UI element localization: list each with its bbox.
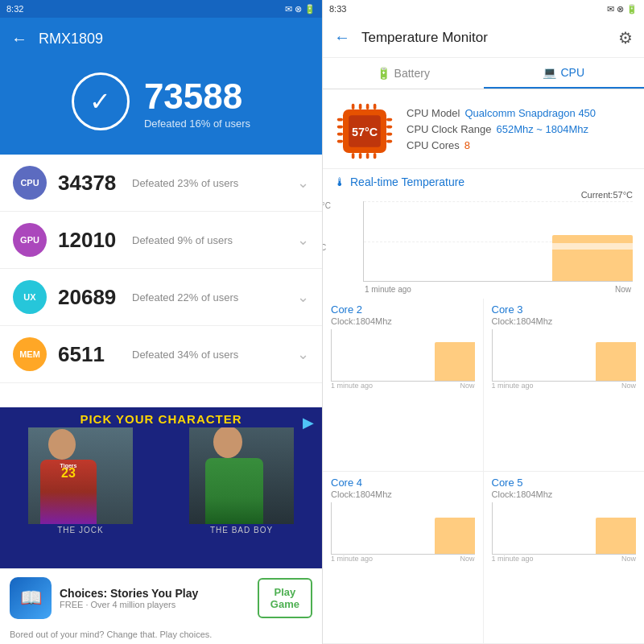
core-4-time-labels: 1 minute ago Now <box>331 555 475 563</box>
tab-battery[interactable]: 🔋 Battery <box>323 58 484 89</box>
app-name: Choices: Stories You Play <box>60 587 258 600</box>
core-4-name: Core 4 <box>331 477 475 489</box>
svg-rect-8 <box>386 133 392 136</box>
page-title-right: Temperature Monitor <box>361 30 618 46</box>
mem-score: 6511 <box>58 342 122 367</box>
char-jock-label: THE JOCK <box>57 526 103 535</box>
time-left: 8:32 <box>6 4 23 14</box>
core-5-bar <box>596 518 636 554</box>
gpu-desc: Defeated 9% of users <box>132 234 297 246</box>
left-panel: 8:32 ✉ ⊗ 🔋 ← RMX1809 ✓ 73588 Defeated 16… <box>0 0 322 644</box>
cpu-score: 34378 <box>58 171 122 196</box>
cpu-cores-row: CPU Cores 8 <box>407 139 631 151</box>
tab-cpu[interactable]: 💻 CPU <box>484 58 645 89</box>
core-2-clock: Clock:1804Mhz <box>331 316 475 326</box>
back-button-left[interactable]: ← <box>11 30 27 48</box>
right-panel: 8:33 ✉ ⊗ 🔋 ← Temperature Monitor ⚙ 🔋 Bat… <box>322 0 644 644</box>
core-4-chart <box>331 502 475 555</box>
badge-ux: UX <box>13 280 47 314</box>
score-circle: ✓ <box>72 72 130 130</box>
mem-desc: Defeated 34% of users <box>132 349 297 361</box>
y-label-50: 50°C <box>322 243 331 252</box>
core-5-clock: Clock:1804Mhz <box>492 489 637 499</box>
core-2-bar <box>435 342 475 381</box>
metric-row-gpu[interactable]: GPU 12010 Defeated 9% of users ⌄ <box>0 212 322 269</box>
back-button-right[interactable]: ← <box>334 28 350 47</box>
cpu-info-section: 57°C CPU Model Qualcomm Snapdragon 450 C… <box>323 89 644 169</box>
svg-rect-6 <box>386 118 392 122</box>
ad-char-badboy: THE BAD BOY <box>189 427 294 540</box>
score-section: ✓ 73588 Defeated 16% of users <box>0 60 322 155</box>
svg-rect-3 <box>337 126 343 129</box>
bar-notch <box>552 243 633 250</box>
svg-rect-7 <box>386 126 392 129</box>
chart-y-labels: 100°C 50°C 0°C <box>322 201 331 294</box>
main-temperature-chart <box>363 201 633 282</box>
cpu-cores-value: 8 <box>464 139 470 151</box>
app-sub: FREE · Over 4 million players <box>60 600 258 609</box>
chevron-down-icon-gpu: ⌄ <box>297 231 309 249</box>
svg-rect-5 <box>337 140 343 143</box>
cpu-tab-icon: 💻 <box>543 66 556 79</box>
chart-time-labels: 1 minute ago Now <box>363 285 633 294</box>
cpu-model-value: Qualcomm Snapdragon 450 <box>464 107 596 119</box>
app-info: Choices: Stories You Play FREE · Over 4 … <box>60 587 258 609</box>
battery-tab-icon: 🔋 <box>377 67 390 80</box>
cpu-chip-icon: 57°C <box>336 102 394 160</box>
svg-rect-16 <box>366 153 369 159</box>
main-chart-wrapper: 100°C 50°C 0°C 1 minute ago Now <box>334 201 633 294</box>
core-4-clock: Clock:1804Mhz <box>331 489 475 499</box>
time-label-end: Now <box>615 285 631 294</box>
core-4-bar <box>435 518 475 554</box>
cores-grid: Core 2 Clock:1804Mhz 1 minute ago Now Co… <box>323 299 644 644</box>
metric-row-cpu[interactable]: CPU 34378 Defeated 23% of users ⌄ <box>0 155 322 212</box>
bottom-ad: 📖 Choices: Stories You Play FREE · Over … <box>0 568 322 626</box>
core-cell-3: Core 3 Clock:1804Mhz 1 minute ago Now <box>484 299 645 472</box>
realtime-section: 🌡 Real-time Temperature Current:57°C 100… <box>323 169 644 299</box>
status-bar-left: 8:32 ✉ ⊗ 🔋 <box>0 0 322 18</box>
cpu-clock-value: 652Mhz ~ 1804Mhz <box>497 123 589 135</box>
page-title-left: RMX1809 <box>39 31 103 47</box>
gridline-100 <box>364 201 633 202</box>
svg-rect-15 <box>359 153 362 159</box>
badge-mem: MEM <box>13 337 47 371</box>
thermometer-icon: 🌡 <box>334 175 345 188</box>
temp-bar <box>552 235 633 281</box>
svg-text:57°C: 57°C <box>352 126 378 138</box>
icons-left: ✉ ⊗ 🔋 <box>285 4 316 14</box>
metric-row-mem[interactable]: MEM 6511 Defeated 34% of users ⌄ <box>0 326 322 383</box>
ux-desc: Defeated 22% of users <box>132 291 297 303</box>
app-icon: 📖 <box>10 577 52 619</box>
ad-characters: 23 Tigers THE JOCK THE BAD BOY <box>0 427 322 540</box>
core-cell-4: Core 4 Clock:1804Mhz 1 minute ago Now <box>323 472 484 645</box>
play-game-button[interactable]: PlayGame <box>258 578 312 618</box>
top-bar-left: ← RMX1809 <box>0 18 322 60</box>
chevron-down-icon-cpu: ⌄ <box>297 174 309 192</box>
chevron-down-icon-ux: ⌄ <box>297 288 309 306</box>
svg-rect-14 <box>352 153 355 159</box>
chevron-down-icon-mem: ⌄ <box>297 345 309 363</box>
total-score: 73588 <box>144 79 250 114</box>
core-5-chart <box>492 502 637 555</box>
svg-rect-17 <box>374 153 377 159</box>
cpu-desc: Defeated 23% of users <box>132 177 297 189</box>
badge-cpu: CPU <box>13 166 47 200</box>
ad-play-icon: ▶ <box>303 414 314 431</box>
cpu-model-row: CPU Model Qualcomm Snapdragon 450 <box>407 107 631 119</box>
svg-rect-12 <box>366 104 369 109</box>
core-3-chart <box>492 329 637 382</box>
char-badboy-label: THE BAD BOY <box>210 526 273 535</box>
core-3-bar <box>596 342 636 381</box>
badge-gpu: GPU <box>13 223 47 257</box>
core-5-time-labels: 1 minute ago Now <box>492 555 637 563</box>
gear-icon[interactable]: ⚙ <box>618 28 633 47</box>
ad-title: PICK YOUR CHARACTER <box>0 407 322 427</box>
core-cell-2: Core 2 Clock:1804Mhz 1 minute ago Now <box>323 299 484 472</box>
metric-row-ux[interactable]: UX 20689 Defeated 22% of users ⌄ <box>0 269 322 326</box>
status-bar-right: 8:33 ✉ ⊗ 🔋 <box>323 0 644 18</box>
ad-char-jock: 23 Tigers THE JOCK <box>28 427 133 540</box>
cpu-details: CPU Model Qualcomm Snapdragon 450 CPU Cl… <box>407 107 631 155</box>
cpu-clock-row: CPU Clock Range 652Mhz ~ 1804Mhz <box>407 123 631 135</box>
svg-rect-11 <box>359 104 362 109</box>
cpu-model-label: CPU Model <box>407 107 460 119</box>
